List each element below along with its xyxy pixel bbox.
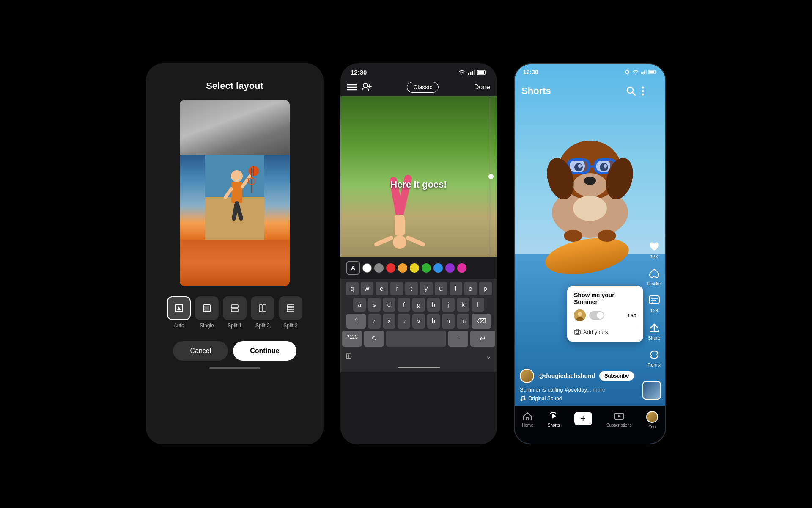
key-period[interactable]: . — [448, 331, 468, 347]
color-yellow[interactable] — [410, 263, 419, 273]
menu-icon[interactable] — [347, 84, 357, 91]
key-j[interactable]: j — [442, 298, 455, 312]
like-count: 12K — [650, 254, 658, 259]
key-z[interactable]: z — [368, 314, 381, 329]
like-button[interactable]: 12K — [648, 240, 660, 259]
layout-btn-split2[interactable] — [251, 296, 274, 320]
svg-line-40 — [376, 238, 391, 244]
popup-toggle[interactable] — [589, 311, 604, 320]
status-icons — [458, 69, 487, 75]
s3-sound-label: Original Sound — [528, 395, 562, 401]
dislike-icon — [648, 268, 660, 279]
color-orange[interactable] — [398, 263, 407, 273]
key-q[interactable]: q — [346, 282, 359, 295]
svg-point-88 — [524, 398, 526, 400]
key-r[interactable]: r — [390, 282, 403, 295]
s3-sound[interactable]: Original Sound — [520, 395, 640, 401]
key-s[interactable]: s — [368, 298, 381, 312]
color-blue[interactable] — [433, 263, 443, 273]
nav-subscriptions[interactable]: Subscriptions — [606, 411, 632, 428]
nav-home[interactable]: Home — [522, 411, 533, 428]
color-white[interactable] — [362, 263, 372, 273]
dislike-button[interactable]: Dislike — [647, 268, 661, 286]
nav-shorts[interactable]: Shorts — [548, 411, 560, 428]
key-p[interactable]: p — [479, 282, 492, 295]
key-emoji[interactable]: ☺ — [364, 331, 384, 347]
key-l[interactable]: l — [472, 298, 484, 312]
s3-channel-name[interactable]: @dougiedachshund — [538, 373, 595, 379]
key-b[interactable]: b — [427, 314, 440, 329]
layout-label-single: Single — [200, 323, 214, 329]
color-pink[interactable] — [457, 263, 466, 273]
key-d[interactable]: d — [383, 298, 395, 312]
key-return[interactable]: ↵ — [470, 331, 495, 347]
signal-icon — [468, 70, 475, 75]
text-format-btn[interactable]: A — [346, 261, 360, 275]
key-u[interactable]: u — [435, 282, 447, 295]
select-layout-title: Select layout — [206, 80, 263, 91]
layout-options: Auto Single — [167, 296, 302, 329]
screen3-youtube-shorts: 12:30 — [514, 64, 666, 444]
key-o[interactable]: o — [464, 282, 477, 295]
popup-avatar-svg — [574, 309, 586, 321]
s3-more-label[interactable]: more — [593, 387, 605, 393]
add-person-icon[interactable] — [362, 83, 372, 92]
key-shift[interactable]: ⇧ — [346, 314, 366, 329]
more-options-icon[interactable] — [642, 86, 644, 96]
remix-button[interactable]: Remix — [647, 349, 661, 367]
done-button[interactable]: Done — [474, 83, 490, 91]
key-t[interactable]: t — [405, 282, 418, 295]
key-space[interactable] — [386, 331, 446, 347]
s3-status-right — [624, 69, 657, 75]
classic-badge[interactable]: Classic — [407, 82, 439, 93]
svg-point-87 — [521, 399, 523, 401]
key-n[interactable]: n — [442, 314, 455, 329]
key-y[interactable]: y — [420, 282, 433, 295]
share-button[interactable]: Share — [648, 322, 660, 340]
key-numbers[interactable]: ?123 — [342, 331, 362, 347]
key-backspace[interactable]: ⌫ — [472, 314, 491, 329]
svg-point-71 — [573, 196, 607, 221]
layout-btn-auto[interactable] — [167, 296, 191, 320]
search-icon[interactable] — [626, 86, 636, 96]
color-red[interactable] — [386, 263, 395, 273]
layout-option-auto[interactable]: Auto — [167, 296, 191, 329]
continue-button[interactable]: Continue — [233, 341, 296, 361]
svg-point-39 — [393, 235, 406, 249]
layout-btn-single[interactable] — [195, 296, 219, 320]
key-a[interactable]: a — [353, 298, 366, 312]
key-k[interactable]: k — [457, 298, 469, 312]
key-w[interactable]: w — [361, 282, 373, 295]
key-i[interactable]: i — [450, 282, 462, 295]
popup-toggle-dot — [597, 312, 604, 319]
color-green[interactable] — [422, 263, 431, 273]
add-yours-button[interactable]: Add yours — [574, 326, 636, 336]
kb-chevron-down[interactable]: ⌄ — [486, 351, 492, 361]
layout-option-single[interactable]: Single — [195, 296, 219, 329]
subscribe-button[interactable]: Subscribe — [599, 371, 634, 381]
layout-btn-split1[interactable] — [223, 296, 247, 320]
nav-you[interactable]: You — [646, 411, 658, 429]
key-g[interactable]: g — [412, 298, 425, 312]
video-text-overlay[interactable]: Here it goes! — [390, 179, 447, 190]
comments-button[interactable]: 123 — [648, 295, 660, 313]
color-purple[interactable] — [445, 263, 455, 273]
color-gray[interactable] — [374, 263, 384, 273]
key-v[interactable]: v — [412, 314, 425, 329]
cancel-button[interactable]: Cancel — [173, 341, 228, 361]
key-f[interactable]: f — [398, 298, 410, 312]
add-button[interactable]: + — [574, 412, 592, 425]
key-x[interactable]: x — [383, 314, 395, 329]
key-c[interactable]: c — [398, 314, 410, 329]
key-e[interactable]: e — [376, 282, 388, 295]
kb-grid-icon[interactable]: ⊞ — [346, 351, 352, 361]
layout-option-split1[interactable]: Split 1 — [223, 296, 247, 329]
nav-add[interactable]: + — [574, 411, 592, 425]
layout-btn-split3[interactable] — [279, 296, 302, 320]
layout-option-split3[interactable]: Split 3 — [279, 296, 302, 329]
key-m[interactable]: m — [457, 314, 469, 329]
s3-thumbnail[interactable] — [642, 381, 661, 400]
wifi-icon — [458, 69, 466, 75]
key-h[interactable]: h — [427, 298, 440, 312]
layout-option-split2[interactable]: Split 2 — [251, 296, 274, 329]
